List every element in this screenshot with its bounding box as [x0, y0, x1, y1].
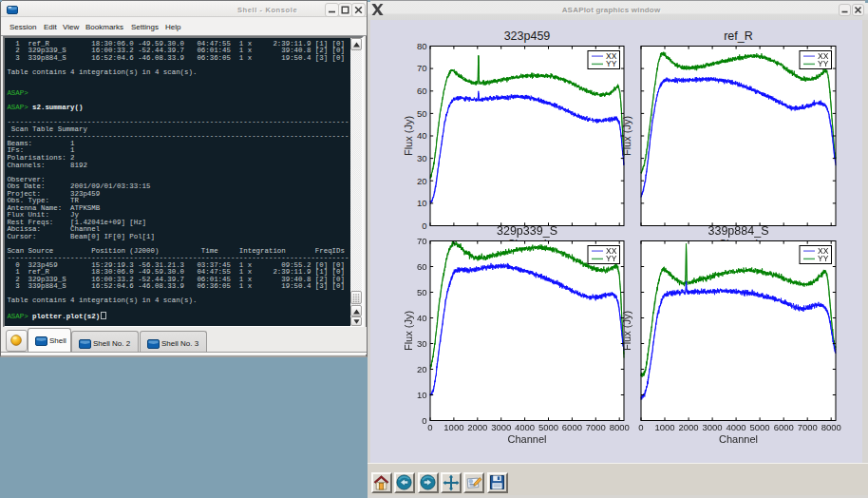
svg-text:ref_R: ref_R [724, 29, 753, 43]
svg-text:Flux (Jy): Flux (Jy) [403, 116, 414, 156]
svg-text:5000: 5000 [538, 422, 558, 432]
svg-text:4000: 4000 [726, 422, 746, 432]
svg-text:50: 50 [417, 287, 427, 297]
svg-text:20: 20 [417, 364, 427, 374]
svg-text:3000: 3000 [703, 422, 723, 432]
svg-text:0: 0 [638, 422, 643, 432]
svg-text:Flux (Jy): Flux (Jy) [621, 116, 632, 156]
svg-text:60: 60 [417, 86, 427, 96]
svg-text:339p884_S: 339p884_S [708, 224, 769, 238]
svg-text:YY: YY [606, 59, 617, 68]
svg-text:2000: 2000 [679, 422, 699, 432]
svg-text:10: 10 [417, 390, 427, 400]
svg-text:Channel: Channel [508, 433, 547, 445]
svg-text:40: 40 [417, 313, 427, 323]
svg-text:0: 0 [427, 422, 432, 432]
svg-text:323p459: 323p459 [504, 29, 551, 43]
svg-text:70: 70 [417, 63, 427, 73]
svg-text:50: 50 [417, 108, 427, 119]
svg-text:6000: 6000 [562, 422, 582, 432]
svg-text:1000: 1000 [443, 422, 463, 432]
svg-text:30: 30 [417, 338, 427, 349]
svg-text:YY: YY [606, 254, 617, 263]
svg-text:0: 0 [422, 415, 426, 426]
svg-text:Flux (Jy): Flux (Jy) [403, 311, 414, 351]
svg-text:7000: 7000 [586, 422, 606, 432]
svg-text:YY: YY [818, 59, 829, 68]
svg-text:329p339_S: 329p339_S [497, 224, 557, 238]
svg-text:7000: 7000 [798, 422, 818, 432]
svg-text:60: 60 [417, 261, 427, 272]
svg-text:1000: 1000 [654, 422, 674, 432]
svg-text:70: 70 [417, 236, 427, 246]
svg-text:Channel: Channel [719, 433, 758, 445]
svg-text:40: 40 [417, 130, 427, 141]
svg-text:0: 0 [422, 220, 426, 231]
svg-text:8000: 8000 [821, 422, 841, 432]
svg-text:3000: 3000 [491, 422, 511, 432]
svg-text:5000: 5000 [750, 422, 770, 432]
svg-text:8000: 8000 [610, 422, 630, 432]
svg-text:YY: YY [818, 254, 829, 263]
svg-text:30: 30 [417, 153, 427, 163]
svg-text:4000: 4000 [515, 422, 535, 432]
svg-text:Flux (Jy): Flux (Jy) [621, 311, 632, 351]
svg-text:20: 20 [417, 176, 427, 186]
svg-text:2000: 2000 [467, 422, 487, 432]
svg-text:80: 80 [417, 41, 427, 51]
svg-text:10: 10 [417, 198, 427, 208]
svg-text:6000: 6000 [774, 422, 794, 432]
